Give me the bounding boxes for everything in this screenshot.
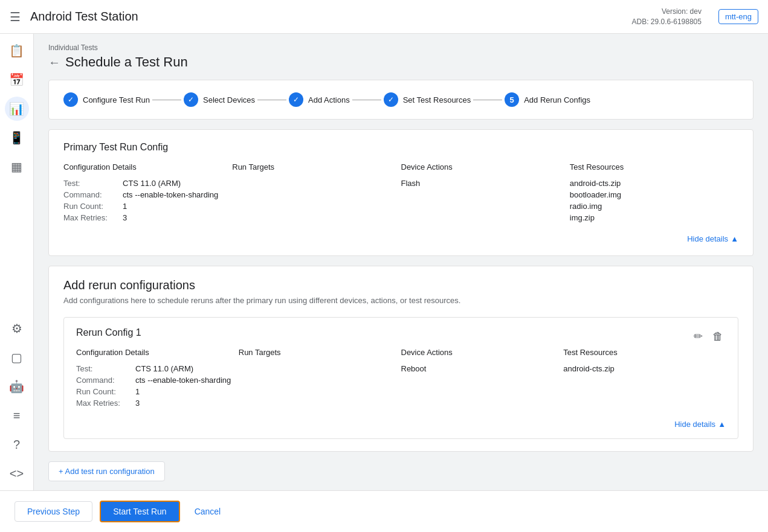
rerun-hide-details: Hide details ▲ (76, 420, 726, 429)
rerun-run-targets-col: Run Targets (239, 348, 401, 410)
primary-runcount-label: Run Count: (63, 202, 118, 211)
step-add-rerun: 5 Add Rerun Configs (505, 92, 590, 107)
checkmark-icon-4 (388, 95, 394, 104)
rerun-config-1-card: Rerun Config 1 ✏ 🗑 Configuration Details… (63, 317, 738, 439)
sidebar-item-android[interactable]: 🤖 (5, 374, 29, 399)
step-connector-1 (152, 100, 181, 100)
step-label-3: Add Actions (308, 95, 350, 104)
rerun-test-row: Test: CTS 11.0 (ARM) (76, 364, 239, 373)
primary-hide-details-link[interactable]: Hide details ▲ (687, 234, 738, 243)
step-circle-2 (184, 92, 198, 107)
primary-config-title: Primary Test Run Config (63, 142, 738, 153)
rerun-test-value: CTS 11.0 (ARM) (135, 364, 193, 373)
edit-rerun-config-1-button[interactable]: ✏ (691, 327, 705, 345)
add-config-button[interactable]: + Add test run configuration (48, 461, 165, 481)
primary-hide-details: Hide details ▲ (63, 234, 738, 243)
primary-resource-2: radio.img (570, 202, 738, 211)
rerun-maxretries-value: 3 (135, 399, 140, 408)
rerun-section-card: Add rerun configurations Add configurati… (48, 266, 753, 452)
checkmark-icon-2 (188, 95, 194, 104)
step-set-resources: Set Test Resources (384, 92, 471, 107)
env-badge[interactable]: mtt-eng (718, 9, 758, 24)
rerun-test-resources-header: Test Resources (563, 348, 726, 357)
sidebar-item-schedule[interactable]: 📅 (5, 68, 29, 92)
bottom-actions: Previous Step Start Test Run Cancel (0, 490, 768, 532)
rerun-command-label: Command: (76, 376, 131, 385)
version-label: Version: dev (632, 7, 702, 17)
rerun-device-actions-header: Device Actions (401, 348, 564, 357)
sidebar: 📋 📅 📊 📱 ▦ ⚙ ▢ 🤖 ≡ ? <> (0, 34, 34, 490)
checkmark-icon-1 (68, 95, 74, 104)
rerun-section-desc: Add configurations here to schedule reru… (63, 296, 738, 305)
rerun-command-value: cts --enable-token-sharding (135, 376, 231, 385)
primary-config-grid: Configuration Details Test: CTS 11.0 (AR… (63, 162, 738, 225)
sidebar-item-window[interactable]: ▢ (5, 345, 29, 370)
rerun-config-1-title: Rerun Config 1 (76, 327, 141, 338)
add-config-container: + Add test run configuration (48, 461, 753, 481)
start-test-run-button[interactable]: Start Test Run (100, 501, 179, 522)
step-circle-5: 5 (505, 92, 519, 107)
cancel-button[interactable]: Cancel (187, 502, 228, 521)
version-info: Version: dev ADB: 29.0.6-6198805 (632, 7, 702, 27)
rerun-config-1-actions: ✏ 🗑 (691, 327, 726, 345)
primary-device-actions-col: Device Actions Flash (401, 162, 570, 225)
menu-icon[interactable]: ☰ (10, 10, 21, 24)
primary-test-value: CTS 11.0 (ARM) (123, 179, 181, 188)
primary-device-action-0: Flash (401, 179, 570, 188)
page-title: Schedule a Test Run (65, 54, 188, 70)
rerun-hide-details-link[interactable]: Hide details ▲ (674, 420, 726, 429)
rerun-chevron-up-icon: ▲ (718, 420, 726, 429)
primary-hide-details-label: Hide details (687, 234, 728, 243)
rerun-device-action-0: Reboot (401, 364, 564, 373)
rerun-config-1-details-col: Configuration Details Test: CTS 11.0 (AR… (76, 348, 239, 410)
primary-command-value: cts --enable-token-sharding (123, 190, 218, 199)
primary-maxretries-value: 3 (123, 213, 127, 222)
primary-command-label: Command: (63, 190, 118, 199)
step-select-devices: Select Devices (184, 92, 255, 107)
sidebar-item-analytics[interactable]: 📊 (5, 97, 29, 121)
page-header: ← Schedule a Test Run (48, 54, 753, 70)
primary-config-details-col: Configuration Details Test: CTS 11.0 (AR… (63, 162, 232, 225)
step-circle-4 (384, 92, 398, 107)
primary-test-label: Test: (63, 179, 118, 188)
rerun-config-1-details-header: Configuration Details (76, 348, 239, 357)
sidebar-item-settings[interactable]: ⚙ (5, 316, 29, 341)
rerun-runcount-value: 1 (135, 387, 140, 396)
primary-run-targets-header: Run Targets (232, 162, 401, 171)
step-connector-3 (352, 100, 381, 100)
sidebar-item-code[interactable]: <> (5, 461, 29, 486)
sidebar-item-grid[interactable]: ▦ (5, 155, 29, 179)
primary-test-resources-col: Test Resources android-cts.zip bootloade… (570, 162, 738, 225)
primary-runcount-value: 1 (123, 202, 127, 211)
step-label-5: Add Rerun Configs (524, 95, 590, 104)
sidebar-item-list[interactable]: ≡ (5, 403, 29, 428)
rerun-maxretries-label: Max Retries: (76, 399, 131, 408)
step-circle-3 (289, 92, 303, 107)
previous-step-button[interactable]: Previous Step (15, 501, 92, 522)
step-add-actions: Add Actions (289, 92, 350, 107)
delete-rerun-config-1-button[interactable]: 🗑 (710, 327, 726, 345)
rerun-run-targets-header: Run Targets (239, 348, 401, 357)
rerun-runcount-row: Run Count: 1 (76, 387, 239, 396)
rerun-runcount-label: Run Count: (76, 387, 131, 396)
checkmark-icon-3 (293, 95, 299, 104)
primary-maxretries-label: Max Retries: (63, 213, 118, 222)
step-connector-4 (473, 100, 502, 100)
primary-test-resources-header: Test Resources (570, 162, 738, 171)
sidebar-item-help[interactable]: ? (5, 432, 29, 457)
rerun-hide-details-label: Hide details (674, 420, 715, 429)
stepper: Configure Test Run Select Devices Add Ac… (48, 80, 753, 120)
primary-run-targets-col: Run Targets (232, 162, 401, 225)
back-button[interactable]: ← (48, 56, 60, 69)
sidebar-item-test-runs[interactable]: 📋 (5, 39, 29, 63)
primary-config-card: Primary Test Run Config Configuration De… (48, 129, 753, 256)
primary-test-row: Test: CTS 11.0 (ARM) (63, 179, 232, 188)
breadcrumb: Individual Tests (48, 43, 753, 52)
primary-runcount-row: Run Count: 1 (63, 202, 232, 211)
primary-resource-3: img.zip (570, 213, 738, 222)
step-connector-2 (257, 100, 286, 100)
adb-label: ADB: 29.0.6-6198805 (632, 17, 702, 27)
sidebar-item-devices[interactable]: 📱 (5, 126, 29, 150)
step-label-2: Select Devices (203, 95, 255, 104)
rerun-test-resources-col: Test Resources android-cts.zip (563, 348, 726, 410)
